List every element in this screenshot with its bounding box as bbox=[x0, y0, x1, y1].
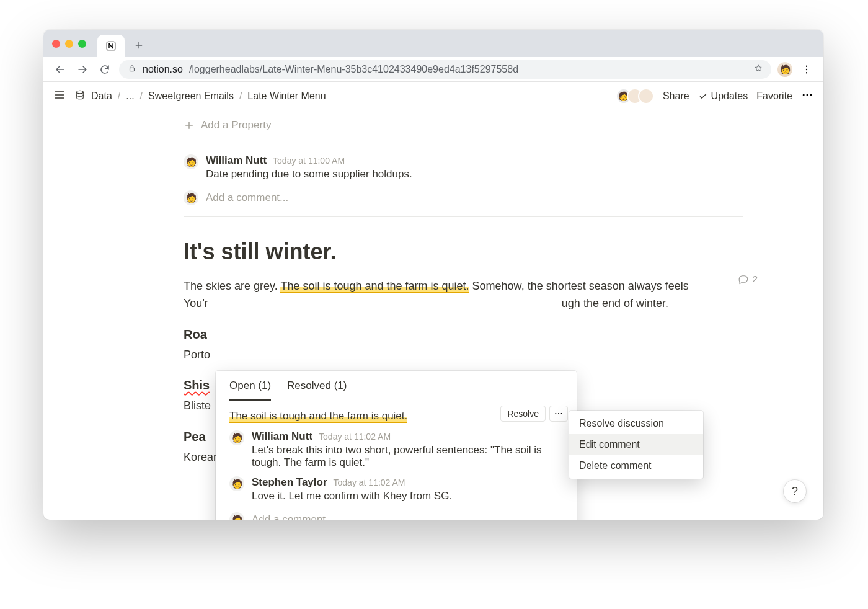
presence-facepile[interactable] bbox=[616, 88, 654, 104]
avatar bbox=[229, 476, 244, 491]
thread-comment: Stephen Taylor Today at 11:02 AM Love it… bbox=[229, 476, 563, 502]
plus-icon bbox=[184, 120, 195, 131]
url-host: notion.so bbox=[143, 64, 183, 75]
inline-comment-count[interactable]: 2 bbox=[738, 272, 758, 286]
add-property-label: Add a Property bbox=[201, 119, 271, 131]
svg-point-6 bbox=[803, 94, 805, 96]
menu-edit-comment[interactable]: Edit comment bbox=[569, 434, 703, 455]
forward-button[interactable] bbox=[74, 61, 91, 78]
arrow-right-icon bbox=[77, 64, 88, 75]
comment-icon bbox=[738, 273, 749, 285]
back-button[interactable] bbox=[52, 61, 68, 78]
profile-avatar-icon[interactable] bbox=[777, 62, 792, 77]
close-window-button[interactable] bbox=[52, 40, 60, 48]
breadcrumb-data[interactable]: Data bbox=[89, 89, 114, 103]
browser-toolbar: notion.so/loggerheadlabs/Late-Winter-Men… bbox=[43, 57, 823, 82]
avatar bbox=[229, 512, 244, 520]
dots-horizontal-icon bbox=[801, 89, 813, 101]
popover-tabs: Open (1) Resolved (1) bbox=[216, 371, 577, 401]
page-comment: William Nutt Today at 11:00 AM Date pend… bbox=[184, 154, 743, 180]
thread-comment: William Nutt Today at 11:02 AM Let's bre… bbox=[229, 430, 563, 469]
divider bbox=[184, 216, 743, 217]
hamburger-icon bbox=[53, 89, 66, 101]
svg-point-10 bbox=[558, 413, 559, 414]
highlighted-text[interactable]: The soil is tough and the farm is quiet. bbox=[280, 280, 469, 293]
browser-window: notion.so/loggerheadlabs/Late-Winter-Men… bbox=[43, 30, 823, 520]
svg-point-8 bbox=[810, 94, 812, 96]
kebab-icon bbox=[801, 64, 812, 75]
svg-point-3 bbox=[806, 68, 807, 69]
resolve-button[interactable]: Resolve bbox=[500, 406, 546, 422]
comment-author: Stephen Taylor bbox=[252, 476, 327, 489]
check-icon bbox=[698, 91, 708, 101]
share-button[interactable]: Share bbox=[663, 91, 689, 102]
svg-point-7 bbox=[807, 94, 808, 96]
comment-body: Date pending due to some supplier holdup… bbox=[206, 168, 412, 180]
paragraph[interactable]: You'r ugh the end of winter. bbox=[184, 295, 730, 313]
comment-more-button[interactable] bbox=[549, 406, 568, 422]
zoom-window-button[interactable] bbox=[78, 40, 86, 48]
inline-comment-count-value: 2 bbox=[753, 272, 758, 286]
quoted-text: The soil is tough and the farm is quiet. bbox=[229, 410, 407, 423]
svg-point-9 bbox=[555, 413, 556, 414]
svg-point-2 bbox=[806, 65, 807, 66]
add-property-button[interactable]: Add a Property bbox=[184, 110, 743, 143]
svg-point-4 bbox=[806, 72, 807, 73]
reload-button[interactable] bbox=[97, 61, 113, 78]
comment-author: William Nutt bbox=[206, 154, 267, 167]
comment-time: Today at 11:02 AM bbox=[334, 478, 405, 487]
updates-button[interactable]: Updates bbox=[698, 91, 748, 102]
comment-time: Today at 11:00 AM bbox=[273, 156, 345, 166]
star-icon bbox=[754, 64, 763, 73]
updates-label: Updates bbox=[711, 91, 748, 102]
tab-resolved[interactable]: Resolved (1) bbox=[287, 380, 347, 401]
page-more-button[interactable] bbox=[801, 89, 813, 104]
database-icon bbox=[74, 89, 86, 103]
add-comment-input[interactable]: Add a comment... bbox=[252, 513, 334, 520]
window-controls bbox=[52, 40, 86, 48]
comment-body: Let's break this into two short, powerfu… bbox=[252, 444, 563, 469]
svg-point-11 bbox=[561, 413, 562, 414]
add-comment-input[interactable]: Add a comment... bbox=[206, 192, 288, 204]
menu-delete-comment[interactable]: Delete comment bbox=[569, 455, 703, 476]
reload-icon bbox=[99, 64, 110, 75]
browser-tab-notion[interactable] bbox=[97, 35, 125, 57]
comment-author: William Nutt bbox=[252, 430, 312, 443]
sidebar-toggle-button[interactable] bbox=[53, 89, 66, 104]
avatar bbox=[184, 154, 198, 169]
breadcrumb: Data / ... / Sweetgreen Emails / Late Wi… bbox=[74, 89, 328, 103]
svg-point-5 bbox=[77, 91, 84, 94]
avatar bbox=[184, 190, 198, 205]
subheading[interactable]: Roa bbox=[184, 325, 730, 344]
tab-open[interactable]: Open (1) bbox=[229, 380, 271, 401]
presence-avatar-icon bbox=[638, 88, 654, 104]
minimize-window-button[interactable] bbox=[65, 40, 73, 48]
page-heading[interactable]: It's still winter. bbox=[184, 234, 730, 269]
arrow-left-icon bbox=[55, 64, 66, 75]
comment-time: Today at 11:02 AM bbox=[319, 432, 391, 442]
comment-body: Love it. Let me confirm with Khey from S… bbox=[252, 490, 452, 502]
help-button[interactable]: ? bbox=[784, 480, 806, 502]
url-path: /loggerheadlabs/Late-Winter-Menu-35b3c41… bbox=[189, 64, 518, 75]
paragraph[interactable]: The skies are grey. The soil is tough an… bbox=[184, 278, 730, 295]
favorite-button[interactable]: Favorite bbox=[756, 91, 792, 102]
dots-horizontal-icon bbox=[554, 409, 564, 419]
plus-icon bbox=[134, 40, 144, 50]
breadcrumb-current[interactable]: Late Winter Menu bbox=[246, 89, 327, 103]
svg-rect-1 bbox=[130, 68, 135, 71]
breadcrumb-ellipsis[interactable]: ... bbox=[124, 89, 136, 103]
address-bar[interactable]: notion.so/loggerheadlabs/Late-Winter-Men… bbox=[119, 60, 771, 79]
avatar bbox=[229, 430, 244, 445]
paragraph[interactable]: Porto bbox=[184, 347, 730, 364]
bookmark-button[interactable] bbox=[754, 64, 763, 75]
menu-resolve-discussion[interactable]: Resolve discussion bbox=[569, 413, 703, 434]
comment-thread-popover: Open (1) Resolved (1) Resolve The soil i… bbox=[216, 371, 577, 520]
breadcrumb-parent[interactable]: Sweetgreen Emails bbox=[146, 89, 236, 103]
browser-menu-button[interactable] bbox=[799, 61, 815, 78]
notion-topbar: Data / ... / Sweetgreen Emails / Late Wi… bbox=[43, 82, 823, 110]
browser-tabstrip bbox=[43, 30, 823, 57]
new-tab-button[interactable] bbox=[130, 36, 148, 55]
notion-icon bbox=[105, 40, 117, 51]
lock-icon bbox=[128, 64, 136, 75]
comment-context-menu: Resolve discussion Edit comment Delete c… bbox=[569, 411, 703, 479]
